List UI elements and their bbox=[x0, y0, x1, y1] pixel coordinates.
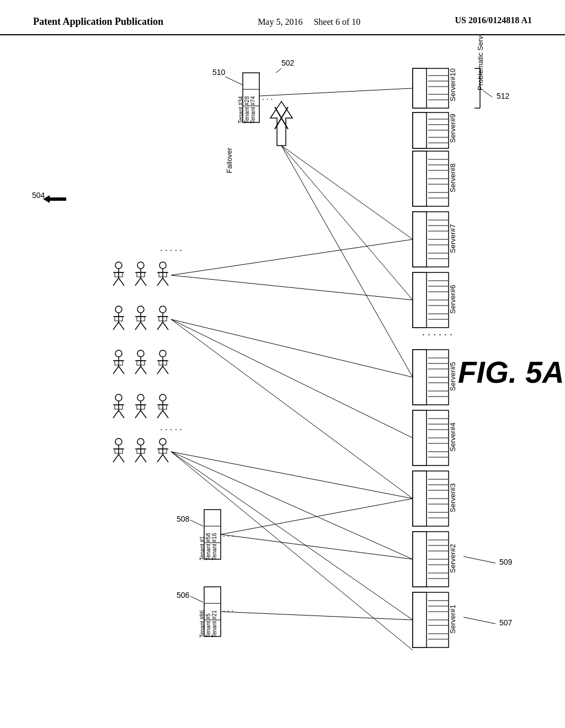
page-header: Patent Application Publication May 5, 20… bbox=[0, 0, 565, 35]
tenant58-label: Tenant #58 bbox=[205, 533, 211, 560]
server-2: Server#2 bbox=[413, 532, 457, 587]
tenant86-label: Tenant #86 bbox=[199, 610, 205, 638]
diagram-area: Server#1 Server#2 Server#3 bbox=[0, 35, 565, 708]
server8-label: Server#8 bbox=[449, 163, 457, 192]
ref-510: 510 bbox=[212, 68, 226, 77]
server-3: Server#3 bbox=[413, 471, 457, 526]
user-row5-2 bbox=[135, 438, 146, 462]
svg-line-95 bbox=[225, 77, 243, 85]
user-row1-2 bbox=[135, 262, 146, 286]
fig-label: FIG. 5A bbox=[458, 355, 564, 389]
server-4: Server#4 bbox=[413, 410, 457, 465]
svg-line-127 bbox=[281, 146, 413, 300]
server1-label: Server#1 bbox=[449, 604, 457, 634]
server4-label: Server#4 bbox=[449, 422, 457, 452]
tenant-group-510: Tenant #74 Tenant #28 Tenant #34 bbox=[238, 73, 259, 124]
svg-line-118 bbox=[171, 452, 413, 499]
sheet-info: Sheet 6 of 10 bbox=[313, 17, 360, 26]
server-7: Server#7 bbox=[413, 212, 457, 267]
svg-line-126 bbox=[281, 146, 413, 239]
svg-rect-80 bbox=[413, 68, 427, 108]
failover-arrow bbox=[270, 101, 292, 146]
server-9: Server#9 bbox=[413, 113, 457, 148]
ref-502: 502 bbox=[281, 58, 295, 67]
ref-507: 507 bbox=[499, 618, 513, 627]
patent-number: US 2016/0124818 A1 bbox=[455, 15, 532, 25]
svg-line-124 bbox=[221, 612, 413, 620]
user-row3-2 bbox=[135, 350, 146, 374]
svg-rect-19 bbox=[413, 471, 427, 526]
svg-line-108 bbox=[190, 520, 203, 526]
server-6: Server#6 bbox=[413, 272, 457, 328]
svg-line-125 bbox=[259, 88, 413, 96]
user-row2-2 bbox=[135, 306, 146, 330]
tenant5-label: Tenant #5 bbox=[205, 613, 211, 638]
svg-line-91 bbox=[463, 617, 495, 624]
server9-label: Server#9 bbox=[449, 114, 457, 143]
server5-label: Server#5 bbox=[449, 362, 457, 391]
ref-512: 512 bbox=[497, 92, 510, 100]
user-row5-1 bbox=[113, 438, 124, 462]
server-10: Server#10 bbox=[413, 68, 457, 108]
svg-rect-37 bbox=[413, 350, 427, 405]
ref-504-arrow bbox=[43, 195, 66, 203]
svg-line-89 bbox=[483, 90, 492, 97]
svg-line-128 bbox=[281, 146, 413, 377]
server-8: Server#8 bbox=[413, 151, 457, 206]
server-5: Server#5 bbox=[413, 350, 457, 405]
user-row1-1 bbox=[113, 262, 124, 286]
dots-users-1: · · · · · bbox=[160, 245, 182, 255]
ref-508: 508 bbox=[177, 515, 190, 523]
svg-rect-55 bbox=[413, 212, 427, 267]
svg-rect-1 bbox=[413, 592, 427, 647]
tenant-group-506: Tenant #21 Tenant #5 Tenant #86 bbox=[199, 587, 221, 638]
dots-servers-mid: · · · · · · bbox=[422, 329, 452, 340]
failover-label: Failover bbox=[225, 147, 233, 173]
svg-line-96 bbox=[276, 68, 281, 73]
tenant21-label: Tenant #21 bbox=[211, 610, 217, 638]
publication-date: May 5, 2016 bbox=[258, 17, 302, 26]
tenant1-label: Tenant #1 bbox=[199, 536, 205, 560]
server-1: Server#1 bbox=[413, 592, 457, 647]
svg-rect-28 bbox=[413, 410, 427, 465]
tenant16-label: Tenant #16 bbox=[211, 533, 217, 560]
tenant28-label: Tenant #28 bbox=[244, 96, 250, 124]
tenant34-label: Tenant #34 bbox=[238, 96, 244, 124]
main-diagram-svg: Server#1 Server#2 Server#3 bbox=[0, 35, 565, 708]
svg-line-117 bbox=[171, 319, 413, 499]
user-row4-2 bbox=[135, 394, 146, 418]
svg-rect-64 bbox=[413, 151, 427, 206]
svg-rect-10 bbox=[413, 532, 427, 587]
svg-rect-73 bbox=[413, 113, 427, 148]
ref-506: 506 bbox=[177, 591, 190, 599]
user-row4-3 bbox=[157, 394, 168, 418]
svg-line-115 bbox=[171, 319, 413, 377]
user-row3-1 bbox=[113, 350, 124, 374]
user-row4-1 bbox=[113, 394, 124, 418]
tenant-group-508: Tenant #16 Tenant #58 Tenant #1 bbox=[199, 510, 221, 560]
user-row3-3 bbox=[157, 350, 168, 374]
user-row2-3 bbox=[157, 306, 168, 330]
svg-line-112 bbox=[190, 596, 203, 602]
dots-users-2: · · · · · bbox=[160, 425, 182, 434]
user-row5-3 bbox=[157, 438, 168, 462]
svg-line-116 bbox=[171, 319, 413, 438]
tenant74-label: Tenant #74 bbox=[250, 96, 256, 124]
header-center: May 5, 2016 Sheet 6 of 10 bbox=[258, 15, 360, 29]
server3-label: Server#3 bbox=[449, 483, 457, 512]
ref-509: 509 bbox=[499, 558, 513, 566]
user-row2-1 bbox=[113, 306, 124, 330]
dots-506: · · · bbox=[223, 606, 233, 615]
publication-type: Patent Application Publication bbox=[33, 15, 163, 28]
server6-label: Server#6 bbox=[449, 285, 457, 314]
server2-label: Server#2 bbox=[449, 544, 457, 573]
svg-rect-46 bbox=[413, 272, 427, 328]
svg-line-90 bbox=[463, 556, 495, 563]
svg-line-114 bbox=[171, 275, 413, 300]
server7-label: Server#7 bbox=[449, 224, 457, 253]
server10-label: Server#10 bbox=[449, 68, 457, 101]
svg-line-122 bbox=[221, 534, 413, 559]
ref-504: 504 bbox=[32, 191, 45, 200]
user-row1-3 bbox=[157, 262, 168, 286]
